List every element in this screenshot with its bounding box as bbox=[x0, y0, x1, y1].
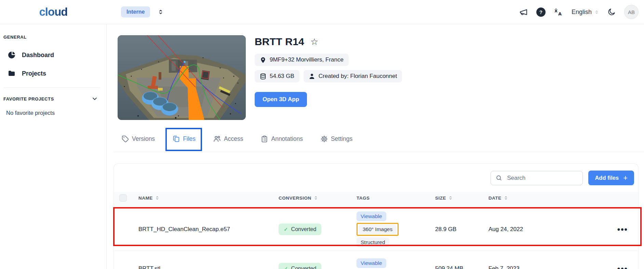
tab-access[interactable]: Access bbox=[213, 135, 243, 143]
pie-chart-icon bbox=[8, 51, 16, 59]
sidebar-item-label: Projects bbox=[22, 70, 46, 77]
column-header-name[interactable]: NAME bbox=[138, 196, 279, 201]
favorite-star-icon[interactable]: ☆ bbox=[310, 37, 318, 46]
column-header-tags[interactable]: TAGS bbox=[357, 196, 435, 201]
add-files-button[interactable]: Add files + bbox=[588, 171, 634, 185]
tag-pill: Structured bbox=[357, 238, 389, 247]
svg-text:A: A bbox=[558, 11, 562, 16]
file-size: 28.9 GB bbox=[435, 226, 488, 233]
check-icon: ✓ bbox=[284, 226, 288, 232]
translate-icon[interactable]: ẋA bbox=[554, 8, 563, 16]
app-root: cloud Interne ? ẋA English bbox=[0, 0, 644, 269]
project-thumbnail[interactable] bbox=[118, 35, 246, 120]
table-row[interactable]: BRTT_HD_CleanClean_Recap.e57 ✓ Converted… bbox=[114, 208, 638, 251]
file-date: Aug 24, 2022 bbox=[488, 226, 571, 233]
select-all-checkbox[interactable] bbox=[119, 194, 127, 202]
creator-badge: Created by: Florian Fauconnet bbox=[304, 70, 402, 82]
svg-text:ẋ: ẋ bbox=[554, 8, 558, 13]
database-icon bbox=[260, 73, 266, 80]
favorite-projects-header[interactable]: FAVORITE PROJECTS bbox=[3, 95, 98, 102]
gear-icon bbox=[321, 135, 328, 143]
tab-annotations[interactable]: Annotations bbox=[261, 135, 303, 143]
column-header-conversion[interactable]: CONVERSION bbox=[279, 196, 357, 201]
help-icon[interactable]: ? bbox=[536, 8, 546, 17]
column-header-size[interactable]: SIZE bbox=[435, 196, 488, 201]
tab-files[interactable]: Files bbox=[173, 135, 196, 143]
chevron-down-icon bbox=[91, 95, 98, 102]
check-icon: ✓ bbox=[284, 266, 288, 269]
tags-cell: Viewable 360° Images Structured bbox=[357, 208, 435, 251]
sort-icon bbox=[504, 196, 508, 200]
language-label: English bbox=[572, 9, 592, 16]
no-favorite-projects-text: No favorite projects bbox=[3, 110, 106, 116]
search-input[interactable] bbox=[506, 174, 578, 182]
row-actions-ellipsis-icon[interactable]: ••• bbox=[615, 263, 630, 269]
project-title: BRTT R14 bbox=[255, 36, 304, 48]
tab-versions[interactable]: Versions bbox=[122, 135, 155, 143]
tab-label: Files bbox=[183, 135, 196, 143]
files-icon bbox=[173, 135, 180, 143]
creator-text: Created by: Florian Fauconnet bbox=[319, 73, 397, 80]
sidebar: GENERAL Dashboard Projects FAVORITE PROJ… bbox=[0, 24, 107, 269]
tab-label: Access bbox=[224, 135, 243, 143]
user-avatar[interactable]: AB bbox=[624, 5, 639, 19]
sidebar-item-projects[interactable]: Projects bbox=[3, 64, 106, 83]
table-toolbar: Add files + bbox=[114, 164, 638, 192]
search-box bbox=[491, 171, 583, 185]
conversion-status-badge: ✓ Converted bbox=[279, 224, 321, 235]
language-selector[interactable]: English bbox=[572, 9, 599, 16]
project-info: BRTT R14 ☆ 9MF9+32 Morvilliers, France bbox=[255, 35, 402, 120]
header-actions: ? ẋA English AB bbox=[519, 5, 639, 19]
row-actions-ellipsis-icon[interactable]: ••• bbox=[615, 224, 630, 235]
tag-pill: Viewable bbox=[357, 212, 386, 221]
tab-label: Versions bbox=[132, 135, 155, 143]
clipboard-icon bbox=[261, 135, 268, 143]
language-chevrons-icon bbox=[594, 10, 599, 14]
people-icon bbox=[213, 135, 221, 143]
tabs-divider bbox=[113, 152, 644, 152]
workspace-chevrons-icon[interactable] bbox=[158, 9, 164, 15]
table-header-row: NAME CONVERSION TAGS SIZE bbox=[114, 192, 638, 208]
workspace-area: Interne bbox=[121, 6, 164, 17]
size-badge: 54.63 GB bbox=[255, 70, 299, 82]
search-icon bbox=[496, 175, 502, 181]
files-table-card: Add files + NAME CONVERSION TA bbox=[113, 163, 639, 269]
project-header: BRTT R14 ☆ 9MF9+32 Morvilliers, France bbox=[118, 35, 644, 120]
table-row[interactable]: BRTT.stl ✓ Converted Viewable Downloadab… bbox=[114, 251, 638, 269]
open-3d-app-button[interactable]: Open 3D App bbox=[255, 92, 307, 107]
tab-label: Annotations bbox=[271, 135, 303, 143]
location-text: 9MF9+32 Morvilliers, France bbox=[270, 56, 344, 63]
announcements-megaphone-icon[interactable] bbox=[519, 8, 528, 16]
main-panel: BRTT R14 ☆ 9MF9+32 Morvilliers, France bbox=[107, 24, 644, 269]
tag-icon bbox=[122, 135, 129, 143]
conversion-status-text: Converted bbox=[291, 226, 317, 232]
tab-settings[interactable]: Settings bbox=[321, 135, 352, 143]
column-header-date[interactable]: DATE bbox=[488, 196, 571, 201]
tag-pill: Viewable bbox=[357, 258, 386, 268]
app-logo: cloud bbox=[39, 5, 68, 18]
header-left: cloud bbox=[0, 5, 107, 18]
project-tabs: Versions Files Access bbox=[122, 132, 644, 146]
folder-icon bbox=[8, 69, 16, 78]
sidebar-divider bbox=[3, 88, 100, 88]
file-size: 509.24 MB bbox=[435, 265, 488, 269]
sort-icon bbox=[155, 196, 160, 200]
favorite-projects-label: FAVORITE PROJECTS bbox=[3, 96, 54, 102]
top-bar: cloud Interne ? ẋA English bbox=[0, 0, 644, 24]
file-date: Feb 7, 2023 bbox=[488, 265, 571, 269]
dark-mode-moon-icon[interactable] bbox=[607, 8, 616, 16]
file-name: BRTT.stl bbox=[138, 265, 279, 269]
sidebar-item-dashboard[interactable]: Dashboard bbox=[3, 46, 106, 64]
conversion-status-text: Converted bbox=[291, 266, 317, 269]
tag-pill: 360° Images bbox=[359, 225, 397, 234]
workspace-selector[interactable]: Interne bbox=[121, 6, 150, 17]
annotation-orange-box: 360° Images bbox=[357, 223, 399, 236]
tags-cell: Viewable Downloadable bbox=[357, 255, 435, 269]
sidebar-item-label: Dashboard bbox=[22, 52, 54, 59]
size-text: 54.63 GB bbox=[270, 73, 294, 80]
point-cloud-preview-image bbox=[118, 35, 246, 120]
content: GENERAL Dashboard Projects FAVORITE PROJ… bbox=[0, 24, 644, 269]
person-icon bbox=[309, 73, 315, 80]
add-files-label: Add files bbox=[595, 175, 619, 181]
sort-icon bbox=[448, 196, 453, 200]
